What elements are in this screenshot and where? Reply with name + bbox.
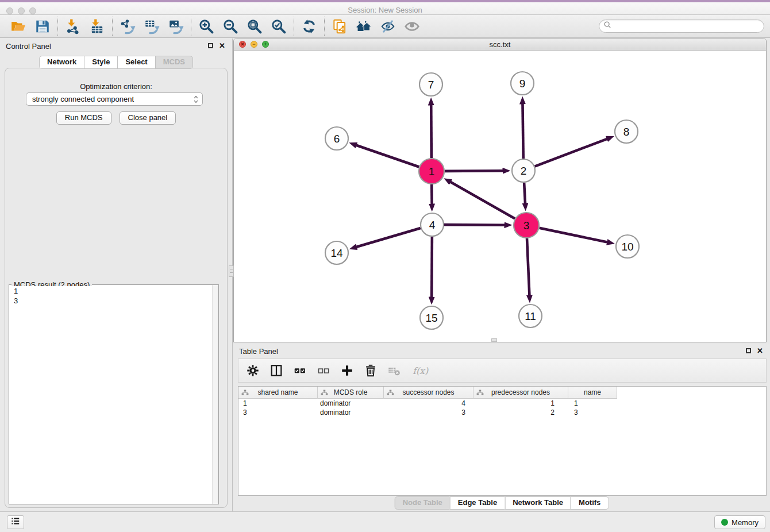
refresh-icon[interactable] — [301, 18, 318, 35]
edge-2-3[interactable] — [524, 183, 525, 203]
memory-button[interactable]: Memory — [714, 515, 765, 529]
edge-4-14[interactable] — [357, 228, 421, 247]
control-panel-title: Control Panel — [6, 42, 51, 51]
zoom-in-icon[interactable] — [198, 18, 215, 35]
float-panel-icon[interactable] — [208, 43, 213, 48]
add-column-icon[interactable] — [340, 363, 355, 378]
tab-select[interactable]: Select — [117, 56, 155, 69]
table-cell[interactable]: 3 — [568, 408, 617, 417]
export-table-icon[interactable] — [143, 18, 160, 35]
import-network-icon[interactable] — [64, 18, 82, 35]
node-7[interactable]: 7 — [419, 73, 442, 96]
table-cell[interactable]: 1 — [473, 399, 568, 408]
mcds-result-groupbox: MCDS result (2 nodes) 13 — [9, 284, 219, 504]
run-mcds-button[interactable]: Run MCDS — [56, 111, 111, 125]
table-panel-title: Table Panel — [239, 347, 278, 356]
export-image-icon[interactable] — [167, 18, 184, 35]
hide-selected-icon[interactable] — [379, 18, 396, 35]
edge-3-11[interactable] — [527, 238, 529, 295]
zoom-fit-icon[interactable] — [246, 18, 263, 35]
network-graph[interactable]: 7968124314101511 — [234, 51, 766, 342]
node-2[interactable]: 2 — [512, 159, 535, 182]
network-view-window: ✕ − + scc.txt 7968124314101511 — [233, 38, 767, 342]
edge-2-9[interactable] — [522, 104, 523, 159]
delete-column-icon[interactable] — [363, 363, 378, 378]
status-bar: Memory — [0, 511, 770, 532]
table-cell[interactable]: 2 — [473, 408, 568, 417]
node-label: 2 — [521, 165, 527, 177]
table-row[interactable]: 3dominator323 — [238, 408, 766, 417]
tab-node-table[interactable]: Node Table — [395, 496, 451, 510]
edge-3-10[interactable] — [540, 228, 607, 242]
horizontal-splitter-handle[interactable] — [491, 338, 497, 342]
edge-1-6[interactable] — [356, 145, 419, 167]
tab-edge-table[interactable]: Edge Table — [450, 496, 505, 510]
node-6[interactable]: 6 — [325, 127, 348, 150]
float-table-panel-icon[interactable] — [746, 348, 751, 353]
node-15[interactable]: 15 — [420, 306, 443, 329]
tab-style[interactable]: Style — [84, 56, 118, 69]
table-cell[interactable]: 3 — [238, 408, 318, 417]
tab-network[interactable]: Network — [39, 56, 84, 69]
open-session-icon[interactable] — [10, 18, 27, 35]
close-panel-button[interactable]: Close panel — [120, 111, 176, 125]
column-header-name[interactable]: name — [568, 387, 617, 399]
node-8[interactable]: 8 — [615, 120, 638, 143]
network-window-titlebar[interactable]: ✕ − + scc.txt — [234, 38, 766, 51]
home-layout-icon[interactable] — [355, 18, 372, 35]
vertical-splitter-handle[interactable] — [229, 265, 234, 277]
tab-network-table[interactable]: Network Table — [505, 496, 571, 510]
node-label: 11 — [525, 310, 536, 322]
node-label: 7 — [428, 79, 434, 91]
export-network-icon[interactable] — [119, 18, 136, 35]
column-header-predecessor-nodes[interactable]: predecessor nodes — [473, 387, 568, 399]
save-session-icon[interactable] — [34, 18, 51, 35]
edge-1-7[interactable] — [431, 105, 432, 158]
split-columns-icon[interactable] — [269, 363, 284, 378]
select-all-columns-icon[interactable] — [292, 363, 307, 378]
import-table-icon[interactable] — [88, 18, 106, 35]
mcds-result-textarea[interactable]: 13 — [10, 286, 217, 503]
node-label: 6 — [334, 133, 340, 145]
table-cell[interactable]: 4 — [384, 399, 473, 408]
result-scrollbar[interactable] — [212, 285, 218, 504]
copy-network-icon[interactable] — [331, 18, 348, 35]
gear-icon[interactable] — [245, 363, 260, 378]
edge-1-2[interactable] — [445, 171, 503, 171]
node-10[interactable]: 10 — [616, 235, 639, 258]
task-history-button[interactable] — [7, 515, 24, 529]
node-label: 15 — [425, 312, 437, 324]
zoom-selected-icon[interactable] — [270, 18, 287, 35]
search-box[interactable] — [599, 20, 764, 33]
edge-3-1[interactable] — [451, 182, 515, 219]
zoom-out-icon[interactable] — [222, 18, 239, 35]
column-header-successor-nodes[interactable]: successor nodes — [384, 387, 473, 399]
column-header-mcds-role[interactable]: MCDS role — [318, 387, 384, 399]
node-11[interactable]: 11 — [519, 304, 542, 327]
table-cell[interactable]: dominator — [318, 408, 384, 417]
criterion-dropdown[interactable]: strongly connected component — [26, 92, 203, 106]
node-3[interactable]: 3 — [514, 213, 539, 238]
table-cell[interactable]: 1 — [568, 399, 617, 408]
table-cell[interactable]: dominator — [318, 399, 384, 408]
search-input[interactable] — [612, 21, 764, 32]
edge-4-15[interactable] — [432, 237, 432, 297]
table-cell[interactable]: 3 — [384, 408, 473, 417]
node-4[interactable]: 4 — [421, 213, 444, 236]
table-cell[interactable]: 1 — [238, 399, 318, 408]
tab-mcds[interactable]: MCDS — [155, 56, 193, 69]
close-panel-icon[interactable]: ✕ — [219, 43, 225, 49]
edge-4-3[interactable] — [444, 225, 505, 225]
hierarchy-icon — [241, 390, 249, 396]
node-1[interactable]: 1 — [419, 159, 444, 184]
column-header-shared-name[interactable]: shared name — [238, 387, 318, 399]
column-header-label: MCDS role — [334, 388, 368, 396]
node-14[interactable]: 14 — [325, 241, 348, 264]
deselect-all-columns-icon[interactable] — [316, 363, 331, 378]
node-table: shared nameMCDS rolesuccessor nodesprede… — [238, 386, 767, 496]
node-9[interactable]: 9 — [511, 72, 534, 95]
edge-2-8[interactable] — [535, 139, 607, 167]
table-row[interactable]: 1dominator411 — [238, 399, 766, 408]
close-table-panel-icon[interactable]: ✕ — [757, 348, 763, 354]
tab-motifs[interactable]: Motifs — [571, 496, 609, 510]
